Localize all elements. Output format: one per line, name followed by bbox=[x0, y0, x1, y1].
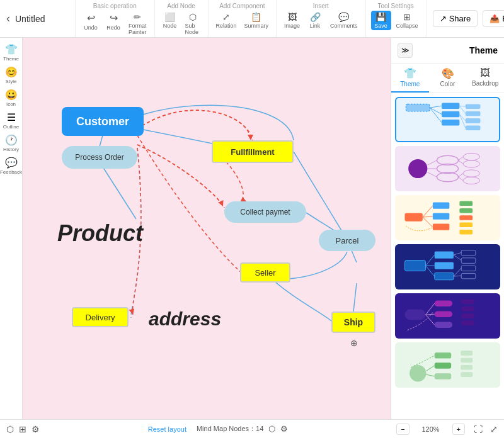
node-type-icon[interactable]: ⬡ bbox=[6, 424, 14, 434]
svg-rect-53 bbox=[461, 250, 476, 256]
icon-icon: 😀 bbox=[5, 89, 18, 101]
svg-rect-76 bbox=[435, 352, 451, 358]
svg-rect-36 bbox=[405, 213, 423, 221]
relation-button[interactable]: ⤢Relation bbox=[214, 11, 239, 30]
summary-button[interactable]: 📋Summary bbox=[242, 11, 272, 30]
theme-thumbnail-5[interactable] bbox=[395, 293, 500, 339]
sidebar-item-style[interactable]: 😊 Style bbox=[2, 65, 21, 84]
svg-line-32 bbox=[459, 157, 464, 160]
history-icon: 🕐 bbox=[5, 134, 18, 146]
image-button[interactable]: 🖼Image bbox=[282, 11, 302, 30]
basic-operation-label: Basic operation bbox=[93, 3, 137, 9]
tool-settings-section: Tool Settings 💾 Save ⊞ Collapse bbox=[366, 0, 427, 37]
svg-line-62 bbox=[454, 268, 461, 276]
node-parcel[interactable]: Parcel bbox=[319, 230, 375, 251]
theme-thumbnail-3[interactable] bbox=[395, 195, 500, 240]
main-content: 👕 Theme 😊 Style 😀 Icon ☰ Outline 🕐 Histo… bbox=[0, 38, 504, 419]
svg-line-46 bbox=[423, 216, 433, 217]
svg-line-45 bbox=[423, 206, 433, 217]
svg-line-35 bbox=[459, 177, 464, 181]
svg-rect-7 bbox=[442, 103, 459, 109]
document-title[interactable]: Untitled bbox=[15, 14, 45, 24]
theme-thumbnail-2[interactable] bbox=[395, 146, 500, 191]
export-button[interactable]: 📤 Export bbox=[483, 10, 504, 27]
svg-line-18 bbox=[459, 106, 465, 113]
right-panel: ≫ Theme 👕 Theme 🎨 Color 🖼 Backdrop bbox=[391, 38, 504, 419]
svg-line-59 bbox=[426, 266, 435, 276]
node-process-order[interactable]: Process Order bbox=[62, 146, 137, 169]
fit-screen-icon[interactable]: ⛶ bbox=[474, 424, 483, 434]
svg-rect-70 bbox=[461, 313, 474, 318]
label-address: address bbox=[149, 308, 221, 330]
node-fulfillment[interactable]: Fullfillment bbox=[212, 140, 294, 163]
undo-button[interactable]: ↩Undo bbox=[81, 11, 101, 36]
svg-line-72 bbox=[426, 303, 435, 315]
svg-rect-56 bbox=[461, 273, 476, 279]
sub-node-button[interactable]: ⬡Sub Node bbox=[183, 11, 203, 36]
theme-thumbnail-6[interactable] bbox=[395, 342, 500, 388]
map-view-icon[interactable]: ⊞ bbox=[19, 424, 26, 434]
svg-rect-55 bbox=[461, 266, 476, 271]
collapse-button[interactable]: ⊞ Collapse bbox=[394, 11, 421, 30]
svg-line-29 bbox=[427, 160, 437, 166]
svg-line-16 bbox=[430, 108, 442, 123]
node-ship[interactable]: Ship bbox=[331, 312, 375, 333]
svg-point-28 bbox=[463, 177, 479, 184]
settings-icon-status[interactable]: ⚙ bbox=[280, 424, 288, 434]
zoom-out-button[interactable]: − bbox=[396, 424, 409, 435]
add-node-plus-icon[interactable]: ⊕ bbox=[350, 338, 358, 348]
tab-theme[interactable]: 👕 Theme bbox=[391, 64, 429, 93]
panel-title: Theme bbox=[469, 45, 498, 55]
back-icon[interactable]: ‹ bbox=[6, 12, 10, 25]
svg-line-5 bbox=[103, 167, 136, 219]
svg-rect-66 bbox=[435, 311, 452, 317]
svg-line-33 bbox=[459, 160, 464, 164]
node-customer[interactable]: Customer bbox=[62, 107, 144, 136]
svg-line-19 bbox=[459, 115, 465, 121]
svg-point-27 bbox=[463, 170, 479, 177]
svg-line-2 bbox=[294, 152, 347, 240]
svg-rect-39 bbox=[433, 223, 449, 230]
fullscreen-icon[interactable]: ⤢ bbox=[490, 424, 498, 434]
outline-icon: ☰ bbox=[7, 111, 16, 123]
comments-button[interactable]: 💬Comments bbox=[328, 11, 360, 30]
sidebar-item-icon[interactable]: 😀 Icon bbox=[2, 88, 21, 107]
node-collect-payment[interactable]: Collect paymet bbox=[224, 201, 306, 223]
save-button[interactable]: 💾 Save bbox=[371, 11, 391, 30]
svg-line-31 bbox=[427, 172, 437, 177]
sidebar-item-outline[interactable]: ☰ Outline bbox=[2, 111, 21, 130]
theme-thumbnail-4[interactable] bbox=[395, 244, 500, 289]
zoom-controls: − 120% + bbox=[396, 424, 465, 435]
svg-rect-43 bbox=[459, 223, 472, 228]
svg-rect-81 bbox=[461, 365, 472, 370]
node-seller[interactable]: Seller bbox=[240, 262, 290, 283]
sidebar-item-theme[interactable]: 👕 Theme bbox=[2, 43, 21, 62]
svg-rect-79 bbox=[461, 351, 472, 356]
node-icon-status: ⬡ bbox=[268, 424, 275, 434]
redo-button[interactable]: ↪Redo bbox=[103, 11, 123, 36]
svg-line-47 bbox=[423, 217, 433, 227]
tab-backdrop[interactable]: 🖼 Backdrop bbox=[466, 64, 504, 93]
share-button[interactable]: ↗ Share bbox=[433, 10, 478, 27]
svg-line-15 bbox=[430, 108, 442, 114]
node-delivery[interactable]: Delivery bbox=[72, 307, 129, 327]
svg-line-73 bbox=[426, 314, 435, 315]
svg-rect-8 bbox=[442, 111, 459, 117]
canvas[interactable]: Customer Process Order Fullfillment Coll… bbox=[23, 38, 391, 419]
node-button[interactable]: ⬜Node bbox=[160, 11, 180, 36]
format-painter-button[interactable]: ✏Format Painter bbox=[126, 11, 149, 36]
sidebar-item-feedback[interactable]: 💬 Feedback bbox=[2, 156, 21, 175]
settings-status-icon[interactable]: ⚙ bbox=[32, 424, 40, 434]
label-product: Product bbox=[57, 220, 143, 247]
svg-line-83 bbox=[427, 366, 435, 371]
add-component-section: Add Component ⤢Relation 📋Summary bbox=[209, 0, 277, 37]
zoom-in-button[interactable]: + bbox=[452, 424, 465, 435]
svg-rect-40 bbox=[459, 201, 472, 206]
tab-color[interactable]: 🎨 Color bbox=[429, 64, 467, 93]
link-button[interactable]: 🔗Link bbox=[305, 11, 325, 30]
svg-point-26 bbox=[463, 160, 479, 167]
sidebar-item-history[interactable]: 🕐 History bbox=[2, 133, 21, 152]
reset-layout-button[interactable]: Reset layout bbox=[148, 425, 186, 433]
theme-thumbnail-1[interactable] bbox=[395, 97, 500, 142]
collapse-panel-button[interactable]: ≫ bbox=[398, 43, 413, 58]
